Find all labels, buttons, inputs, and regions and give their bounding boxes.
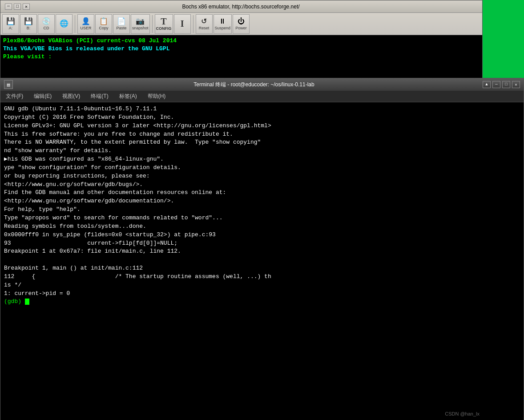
terminal-window: ▤ Terminal 终端 - root@educoder: ~/os/linu… xyxy=(0,78,524,420)
terminal-window-buttons: ▲ ─ □ ✕ xyxy=(483,81,520,88)
user-icon: 👤 xyxy=(81,17,90,25)
network-btn[interactable]: 🌐 xyxy=(56,14,73,34)
copy-label: Copy xyxy=(99,26,108,31)
bochs-line-2: This VGA/VBE Bios is released under the … xyxy=(3,45,480,53)
toolbar-separator-3 xyxy=(193,15,193,33)
term-line-13: For help, type "help". xyxy=(4,206,520,214)
terminal-titlebar: ▤ Terminal 终端 - root@educoder: ~/os/linu… xyxy=(0,78,524,91)
bochs-screen: PlexB6/Bochs VGABios (PCI) current-cvs 0… xyxy=(0,35,482,78)
bochs-close-btn[interactable]: ✕ xyxy=(23,4,30,10)
term-line-20: Breakpoint 1, main () at init/main.c:112 xyxy=(4,264,520,273)
suspend-icon: ⏸ xyxy=(219,17,226,25)
term-line-16: 0x0000fff0 in sys_pipe (fildes=0x0 <star… xyxy=(4,231,520,239)
bochs-emulator-window: ─ □ ✕ Bochs x86 emulator, http://bochs.s… xyxy=(0,0,483,78)
term-line-17: 93 current->filp[fd[0]]=NULL; xyxy=(4,239,520,248)
term-line-prompt[interactable]: (gdb) xyxy=(4,298,520,306)
terminal-menubar: 文件(F) 编辑(E) 视图(V) 终端(T) 标签(A) 帮助(H) xyxy=(0,91,524,102)
info-i-icon: I xyxy=(181,19,184,29)
menu-help[interactable]: 帮助(H) xyxy=(146,92,168,101)
menu-edit[interactable]: 编辑(E) xyxy=(32,92,53,101)
power-btn[interactable]: ⏻ Power xyxy=(233,14,250,34)
term-line-10: <http://www.gnu.org/software/gdb/bugs/>. xyxy=(4,181,520,189)
bochs-maximize-btn[interactable]: □ xyxy=(14,4,21,10)
term-line-5: There is NO WARRANTY, to the extent perm… xyxy=(4,138,520,147)
snapshot-icon: 📷 xyxy=(136,17,145,25)
terminal-close-btn[interactable]: ✕ xyxy=(512,81,520,88)
reset-icon: ↺ xyxy=(201,17,207,25)
term-line-8: ype "show configuration" for configurati… xyxy=(4,164,520,172)
term-line-22: is */ xyxy=(4,281,520,290)
toolbar-separator-1 xyxy=(75,15,75,33)
menu-tabs[interactable]: 标签(A) xyxy=(117,92,139,101)
cdrom-icon: 💿 xyxy=(42,17,51,25)
config-t-icon: T xyxy=(161,16,166,27)
network-icon: 🌐 xyxy=(60,19,69,28)
term-line-19 xyxy=(4,256,520,264)
snapshot-btn[interactable]: 📷 snapshot xyxy=(131,14,150,34)
term-line-23: 1: current->pid = 0 xyxy=(4,290,520,298)
bochs-line-1: PlexB6/Bochs VGABios (PCI) current-cvs 0… xyxy=(3,37,480,45)
drive-b-label: B: xyxy=(27,26,31,31)
term-line-4: This is free software: you are free to c… xyxy=(4,130,520,139)
bochs-toolbar: 💾 A: 💾 B: 💿 CD 🌐 👤 USER 📋 Copy 📄 Paste xyxy=(0,13,482,35)
terminal-screen[interactable]: GNU gdb (Ubuntu 7.11.1-0ubuntu1~16.5) 7.… xyxy=(0,102,524,420)
term-line-6: nd "show warranty" for details. xyxy=(4,147,520,155)
drive-a-label: A: xyxy=(9,26,13,31)
drive-b-icon: 💾 xyxy=(24,17,33,25)
menu-terminal[interactable]: 终端(T) xyxy=(89,92,110,101)
cdrom-btn[interactable]: 💿 CD xyxy=(38,14,55,34)
menu-file[interactable]: 文件(F) xyxy=(4,92,25,101)
term-line-2: Copyright (C) 2016 Free Software Foundat… xyxy=(4,113,520,122)
term-line-7: ▶his GDB was configured as "x86_64-linux… xyxy=(4,155,520,164)
power-icon: ⏻ xyxy=(238,17,245,25)
term-line-11: Find the GDB manual and other documentat… xyxy=(4,189,520,197)
config-btn[interactable]: T CONFIG xyxy=(155,14,173,34)
cdrom-label: CD xyxy=(44,26,49,31)
term-line-3: License GPLv3+: GNU GPL version 3 or lat… xyxy=(4,122,520,130)
bochs-titlebar: ─ □ ✕ Bochs x86 emulator, http://bochs.s… xyxy=(0,0,482,13)
term-line-12: <http://www.gnu.org/software/gdb/documen… xyxy=(4,197,520,206)
bochs-line-4: Please visit : xyxy=(3,53,480,61)
term-line-14: Type "apropos word" to search for comman… xyxy=(4,214,520,222)
menu-view[interactable]: 视图(V) xyxy=(60,92,82,101)
term-line-18: Breakpoint 1 at 0x67a7: file init/main.c… xyxy=(4,247,520,256)
bochs-title: Bochs x86 emulator, http://bochs.sourcef… xyxy=(30,4,452,10)
drive-b-btn[interactable]: 💾 B: xyxy=(20,14,37,34)
term-line-15: Reading symbols from tools/system...done… xyxy=(4,222,520,231)
terminal-maximize-btn[interactable]: □ xyxy=(502,81,510,88)
user-btn[interactable]: 👤 USER xyxy=(77,14,94,34)
terminal-minimize-btn[interactable]: ─ xyxy=(492,81,500,88)
term-line-21: 112 { /* The startup routine assumes (we… xyxy=(4,273,520,281)
copy-btn[interactable]: 📋 Copy xyxy=(95,14,112,34)
terminal-title: Terminal 终端 - root@educoder: ~/os/linux-… xyxy=(25,81,483,89)
toolbar-separator-2 xyxy=(152,15,153,33)
info-btn[interactable]: I xyxy=(174,14,191,34)
term-line-9: or bug reporting instructions, please se… xyxy=(4,172,520,181)
watermark: CSDN @han_lx xyxy=(445,411,480,416)
drive-a-icon: 💾 xyxy=(6,17,15,25)
paste-btn[interactable]: 📄 Paste xyxy=(113,14,130,34)
terminal-cursor xyxy=(25,299,29,305)
paste-icon: 📄 xyxy=(117,17,126,25)
terminal-title-left: ▤ xyxy=(4,80,25,89)
snapshot-label: snapshot xyxy=(132,26,149,31)
reset-btn[interactable]: ↺ Reset xyxy=(196,14,213,34)
suspend-btn[interactable]: ⏸ Suspend xyxy=(214,14,232,34)
paste-label: Paste xyxy=(116,26,126,31)
drive-a-btn[interactable]: 💾 A: xyxy=(2,14,19,34)
terminal-menu-icon[interactable]: ▤ xyxy=(4,80,13,89)
bochs-minimize-btn[interactable]: ─ xyxy=(5,4,12,10)
terminal-scroll-up-btn[interactable]: ▲ xyxy=(483,81,491,88)
copy-icon: 📋 xyxy=(99,17,108,25)
user-label: USER xyxy=(80,26,91,31)
term-line-1: GNU gdb (Ubuntu 7.11.1-0ubuntu1~16.5) 7.… xyxy=(4,105,520,113)
